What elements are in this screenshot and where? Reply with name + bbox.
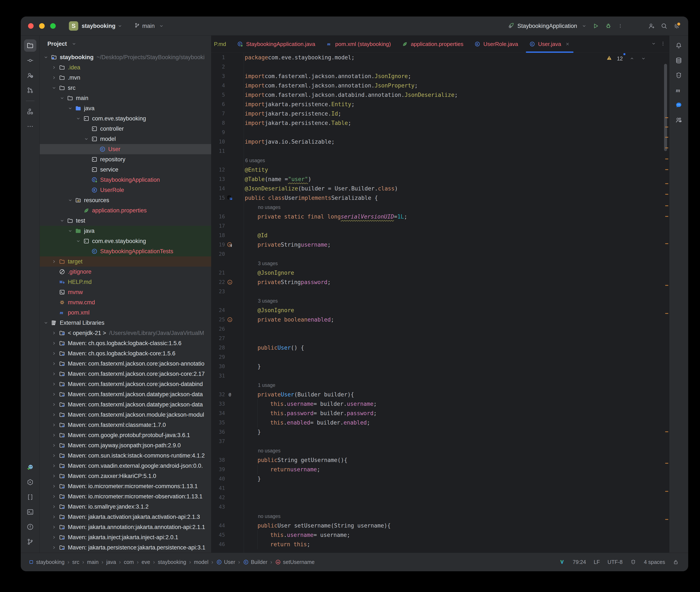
tree-chevron-icon[interactable] <box>44 320 51 325</box>
tool-button-terminal-tool[interactable] <box>24 506 36 518</box>
code-line-15[interactable]: 15public class User implements Serializa… <box>211 193 669 203</box>
code-line-12[interactable]: 12@Entity <box>211 165 669 175</box>
breadcrumb-item-setusername[interactable]: msetUsername <box>275 559 315 565</box>
code-line-32[interactable]: 32@private User(Builder builder){ <box>211 390 669 399</box>
project-panel-chevron-icon[interactable] <box>72 42 76 46</box>
code-line-14[interactable]: 14@JsonDeserialize(builder = User.Builde… <box>211 184 669 193</box>
code-line-37[interactable]: 37 <box>211 437 669 446</box>
breadcrumb-item-eve[interactable]: eve <box>142 559 150 565</box>
tree-chevron-icon[interactable] <box>52 86 59 90</box>
code-line-29[interactable]: 29 <box>211 352 669 362</box>
tree-chevron-icon[interactable] <box>60 218 67 223</box>
tree-chevron-icon[interactable] <box>52 351 59 356</box>
gutter-at-plain-icon[interactable]: @ <box>227 391 233 398</box>
tree-chevron-icon[interactable] <box>52 443 59 448</box>
usage-inlay-hint[interactable]: no usages <box>211 446 669 455</box>
breadcrumb-item-java[interactable]: java <box>106 559 116 565</box>
warning-stripe-mark[interactable] <box>665 183 668 184</box>
code-line-4[interactable]: 4import com.fasterxml.jackson.annotation… <box>211 81 669 90</box>
usage-inlay-hint[interactable]: 3 usages <box>211 296 669 306</box>
tree-row-java[interactable]: java <box>40 226 211 236</box>
tree-row-maven-com.fasterxml.jackson.core-jackson[interactable]: Maven: com.fasterxml.jackson.core:jackso… <box>40 369 211 379</box>
status-widget-79-24[interactable]: 79:24 <box>573 559 586 565</box>
project-panel-title[interactable]: Project <box>47 41 67 47</box>
code-line-17[interactable]: 17 <box>211 221 669 231</box>
tree-row-java[interactable]: java <box>40 103 211 113</box>
project-name[interactable]: staybooking <box>82 23 115 30</box>
tree-row-maven-com.zaxxer-hikaricp-5.1.0[interactable]: Maven: com.zaxxer:HikariCP:5.1.0 <box>40 471 211 481</box>
code-line-20[interactable]: 20 <box>211 249 669 259</box>
status-robot-widget[interactable] <box>630 559 636 565</box>
editor-tab-pom.xml-staybooking-[interactable]: mpom.xml (staybooking) <box>321 36 396 53</box>
code-line-23[interactable]: 23 <box>211 287 669 296</box>
inspections-widget[interactable]: 12 <box>606 55 646 62</box>
run-button[interactable] <box>592 22 599 30</box>
tree-row-maven-jakarta.annotation-jakarta.annotat[interactable]: Maven: jakarta.annotation:jakarta.annota… <box>40 522 211 532</box>
tree-row--openjdk-21-[interactable]: < openjdk-21 >/Users/eve/Library/Java/Ja… <box>40 328 211 338</box>
minimize-window-button[interactable] <box>39 23 45 29</box>
tree-row-maven-jakarta.inject-jakarta.inject-api-[interactable]: Maven: jakarta.inject:jakarta.inject-api… <box>40 532 211 542</box>
code-line-35[interactable]: 35this.enabled = builder.enabled; <box>211 418 669 427</box>
code-with-me-button[interactable] <box>648 22 655 30</box>
code-line-3[interactable]: 3import com.fasterxml.jackson.annotation… <box>211 71 669 81</box>
breadcrumb-item-builder[interactable]: CBuilder <box>243 559 268 565</box>
tree-row-external-libraries[interactable]: External Libraries <box>40 318 211 328</box>
tree-row-maven-com.fasterxml.jackson.core-jackson[interactable]: Maven: com.fasterxml.jackson.core:jackso… <box>40 358 211 369</box>
tree-row-maven-io.micrometer-micrometer-observati[interactable]: Maven: io.micrometer:micrometer-observat… <box>40 491 211 502</box>
tree-chevron-icon[interactable] <box>52 361 59 366</box>
editor-scrollbar[interactable] <box>664 64 667 151</box>
code-line-41[interactable]: 41 <box>211 484 669 493</box>
status-vlogo-widget[interactable] <box>559 559 565 565</box>
warning-stripe-mark[interactable] <box>665 243 668 244</box>
code-line-31[interactable]: 31 <box>211 371 669 381</box>
tree-row-test[interactable]: test <box>40 215 211 226</box>
code-line-1[interactable]: 1package com.eve.staybooking.model; <box>211 53 669 62</box>
tree-chevron-icon[interactable] <box>52 382 59 386</box>
code-line-11[interactable]: 11 <box>211 146 669 156</box>
tree-chevron-icon[interactable] <box>44 55 51 60</box>
tree-row-target[interactable]: target <box>40 256 211 266</box>
tool-button-robot[interactable] <box>672 69 685 82</box>
tree-row-maven-com.fasterxml.jackson.datatype-jac[interactable]: Maven: com.fasterxml.jackson.datatype:ja… <box>40 399 211 410</box>
breadcrumb-item-user[interactable]: CUser <box>216 559 235 565</box>
code-line-13[interactable]: 13@Table(name = "user") <box>211 175 669 184</box>
editor-tab-userrole.java[interactable]: EUserRole.java <box>469 36 524 53</box>
tree-row-main[interactable]: main <box>40 93 211 103</box>
tool-button-services[interactable] <box>24 476 36 488</box>
tab-options-icon[interactable] <box>660 41 666 47</box>
breadcrumb-item-main[interactable]: main <box>87 559 99 565</box>
tool-button-folder-tool[interactable] <box>24 39 36 52</box>
editor-tab-staybookingapplication.java[interactable]: CStaybookingApplication.java <box>231 36 321 53</box>
code-line-8[interactable]: 8import jakarta.persistence.Table; <box>211 118 669 128</box>
code-line-9[interactable]: 9 <box>211 128 669 137</box>
tree-row-maven-ch.qos.logback-logback-classic-1.5[interactable]: Maven: ch.qos.logback:logback-classic:1.… <box>40 338 211 348</box>
settings-button[interactable] <box>673 22 681 30</box>
tree-row-maven-jakarta.persistence-jakarta.persis[interactable]: Maven: jakarta.persistence:jakarta.persi… <box>40 542 211 553</box>
tree-row-controller[interactable]: controller <box>40 124 211 134</box>
code-line-27[interactable]: 27 <box>211 334 669 343</box>
tool-button-commit[interactable] <box>24 54 36 66</box>
tree-chevron-icon[interactable] <box>52 494 59 499</box>
tool-button-problem[interactable] <box>24 521 36 533</box>
tree-chevron-icon[interactable] <box>52 412 59 417</box>
tree-chevron-icon[interactable] <box>68 198 75 203</box>
warning-stripe-mark[interactable] <box>665 519 668 520</box>
tree-chevron-icon[interactable] <box>52 259 59 264</box>
warning-stripe-mark[interactable] <box>665 431 668 432</box>
tree-row-com.eve.staybooking[interactable]: com.eve.staybooking <box>40 236 211 246</box>
status-widget-utf-8[interactable]: UTF-8 <box>607 559 623 565</box>
warning-stripe-mark[interactable] <box>665 285 668 286</box>
tree-chevron-icon[interactable] <box>52 331 59 335</box>
warning-stripe-mark[interactable] <box>665 216 668 217</box>
usage-inlay-hint[interactable]: 3 usages <box>211 259 669 268</box>
tree-row-pom.xml[interactable]: mpom.xml <box>40 307 211 318</box>
tab-close-icon[interactable] <box>565 42 570 47</box>
code-line-26[interactable]: 26 <box>211 324 669 334</box>
warning-stripe-mark[interactable] <box>665 169 668 170</box>
code-line-39[interactable]: 39return username; <box>211 465 669 474</box>
tool-button-maven-large[interactable]: m <box>672 84 685 96</box>
tree-row-application.properties[interactable]: application.properties <box>40 205 211 215</box>
code-line-16[interactable]: 16private static final long serialVersio… <box>211 212 669 221</box>
project-chevron-icon[interactable] <box>118 23 122 28</box>
tool-button-structure[interactable] <box>24 105 36 118</box>
